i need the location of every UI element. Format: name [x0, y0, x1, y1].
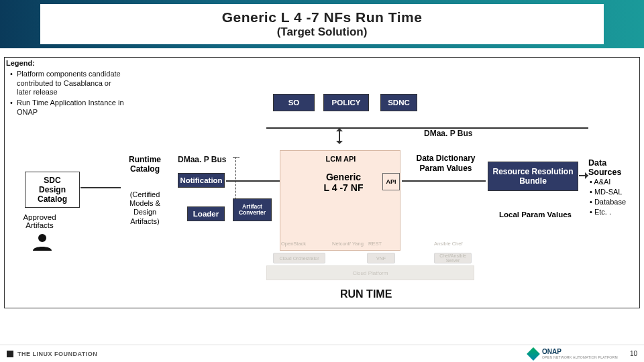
data-source-item: Database: [590, 197, 626, 207]
notification-box: Notification: [178, 173, 225, 188]
lf-icon: [7, 351, 13, 357]
data-dictionary-label: Data Dictionary Param Values: [411, 154, 481, 174]
sdnc-box: SDNC: [380, 94, 417, 111]
footer: THE LINUX FOUNDATION ONAP OPEN NETWORK A…: [0, 345, 644, 362]
header: Generic L 4 -7 NFs Run Time (Target Solu…: [40, 4, 604, 44]
connector: [226, 180, 280, 182]
diagram-frame: Legend: Platform components candidate co…: [4, 57, 640, 308]
connector: [80, 187, 121, 188]
local-param-values-label: Local Param Values: [498, 210, 572, 219]
ghost-rest-label: REST: [368, 241, 382, 247]
onap-text: ONAP: [542, 348, 618, 355]
legend-item: Platform components candidate contribute…: [10, 70, 127, 97]
svg-point-0: [38, 234, 46, 242]
dmaap-bus-label: DMaa. P Bus: [424, 129, 472, 138]
so-box: SO: [273, 94, 315, 111]
connector: [402, 180, 486, 182]
user-icon: [30, 233, 54, 251]
onap-cube-icon: [527, 347, 540, 361]
artifact-converter-box: Artifact Converter: [233, 198, 272, 221]
data-sources-heading: Data Sources: [588, 158, 639, 177]
loader-box: Loader: [187, 206, 225, 221]
approved-artifacts-label: Approved Artifacts: [15, 213, 64, 229]
dmaap-down-arrow: [339, 129, 340, 143]
runtime-section-label: RUN TIME: [340, 288, 392, 300]
legend-heading: Legend:: [6, 59, 127, 68]
data-sources-list: A&AI MD-SAL Database Etc. .: [590, 177, 626, 217]
lcm-api-label: LCM API: [317, 152, 364, 166]
legend-item: Run Time Application Instance in ONAP: [10, 99, 127, 117]
connector-arrow: [579, 175, 588, 176]
data-source-item: A&AI: [590, 177, 626, 187]
ghost-ansible-label: Ansible Chef: [434, 241, 463, 247]
api-tag: API: [382, 173, 400, 190]
linux-foundation-logo: THE LINUX FOUNDATION: [7, 351, 97, 357]
lf-text: THE LINUX FOUNDATION: [17, 351, 97, 357]
ghost-chef-server: Chef/Ansible Server: [434, 253, 472, 263]
resource-resolution-bundle: Resource Resolution Bundle: [488, 162, 578, 191]
legend: Legend: Platform components candidate co…: [6, 59, 127, 119]
ghost-openstack-label: OpenStack: [281, 241, 306, 247]
data-source-item: Etc. .: [590, 207, 626, 217]
onap-logo: ONAP OPEN NETWORK AUTOMATION PLATFORM 10: [529, 348, 637, 359]
runtime-catalog-label: Runtime Catalog: [120, 155, 170, 174]
data-source-item: MD-SAL: [590, 187, 626, 197]
dmaap-bus-label-2: DMaa. P Bus: [178, 155, 226, 164]
header-band: Generic L 4 -7 NFs Run Time (Target Solu…: [0, 0, 644, 48]
ghost-cloud-platform: Cloud Platform: [266, 265, 474, 280]
ghost-cloud-orchestrator: Cloud Orchestrator: [273, 253, 325, 263]
runtime-catalog-sub: (Certified Models & Design Artifacts): [120, 190, 170, 226]
ghost-vnf: VNF: [367, 253, 395, 263]
ghost-netconf-label: Netconf/ Yang: [332, 241, 364, 247]
onap-subtext: OPEN NETWORK AUTOMATION PLATFORM: [542, 355, 618, 359]
generic-nf-label: Generic L 4 -7 NF: [313, 172, 374, 193]
sdc-design-catalog: SDC Design Catalog: [25, 172, 80, 208]
slide-subtitle: (Target Solution): [40, 25, 604, 39]
page-number: 10: [630, 350, 637, 357]
slide-title: Generic L 4 -7 NFs Run Time: [40, 9, 604, 25]
policy-box: POLICY: [323, 94, 369, 111]
